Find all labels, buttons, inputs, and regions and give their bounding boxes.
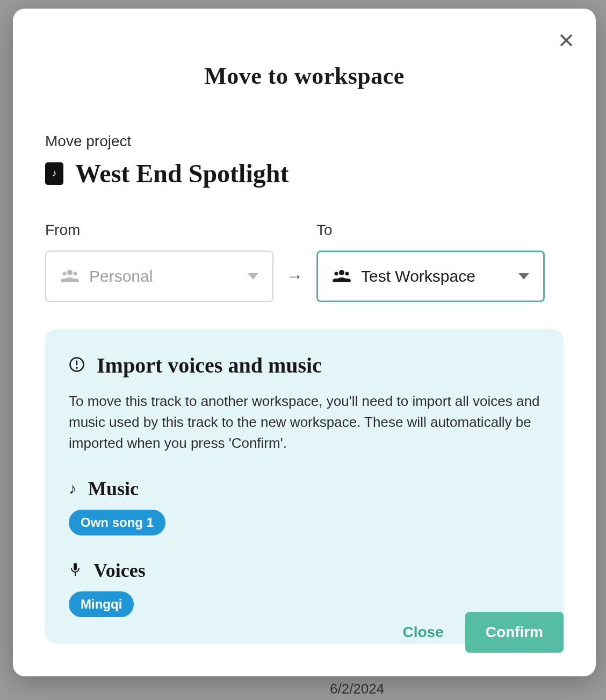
svg-point-16 <box>76 367 78 369</box>
voice-chip: Mingqi <box>69 591 134 617</box>
move-project-label: Move project <box>45 133 564 150</box>
close-button[interactable]: Close <box>402 624 443 641</box>
music-note-icon: ♪ <box>69 480 76 497</box>
to-label: To <box>316 222 545 239</box>
chevron-down-icon <box>248 273 258 280</box>
project-file-icon <box>45 162 63 185</box>
from-to-row: From Personal → To Test Workspace <box>45 222 564 302</box>
svg-point-8 <box>339 270 344 275</box>
microphone-icon <box>69 562 82 579</box>
music-heading: Music <box>88 477 139 500</box>
svg-point-3 <box>63 272 67 276</box>
from-label: From <box>45 222 273 239</box>
modal-footer: Close Confirm <box>402 612 564 653</box>
from-workspace-value: Personal <box>89 267 238 285</box>
people-icon <box>60 268 80 284</box>
svg-point-10 <box>345 272 349 276</box>
import-info-title: Import voices and music <box>97 353 322 378</box>
svg-rect-17 <box>74 563 77 570</box>
import-info-panel: Import voices and music To move this tra… <box>45 329 564 644</box>
close-icon[interactable] <box>557 31 575 49</box>
svg-point-2 <box>67 270 73 275</box>
music-chips: Own song 1 <box>69 510 540 535</box>
background-date: 6/2/2024 <box>330 681 384 697</box>
svg-point-4 <box>74 272 77 276</box>
alert-icon <box>69 356 85 375</box>
project-row: West End Spotlight <box>45 159 564 188</box>
to-workspace-select[interactable]: Test Workspace <box>316 251 545 302</box>
confirm-button[interactable]: Confirm <box>465 612 564 653</box>
move-workspace-modal: Move to workspace Move project West End … <box>13 9 596 676</box>
svg-point-9 <box>335 272 338 276</box>
project-name: West End Spotlight <box>75 159 288 188</box>
voices-heading: Voices <box>93 559 146 582</box>
import-info-description: To move this track to another workspace,… <box>69 391 540 454</box>
music-chip: Own song 1 <box>69 510 165 535</box>
chevron-down-icon <box>518 273 529 280</box>
modal-title: Move to workspace <box>45 62 564 90</box>
from-workspace-select[interactable]: Personal <box>45 251 273 302</box>
people-icon <box>332 268 351 284</box>
arrow-right-icon: → <box>273 251 316 302</box>
to-workspace-value: Test Workspace <box>361 267 509 285</box>
